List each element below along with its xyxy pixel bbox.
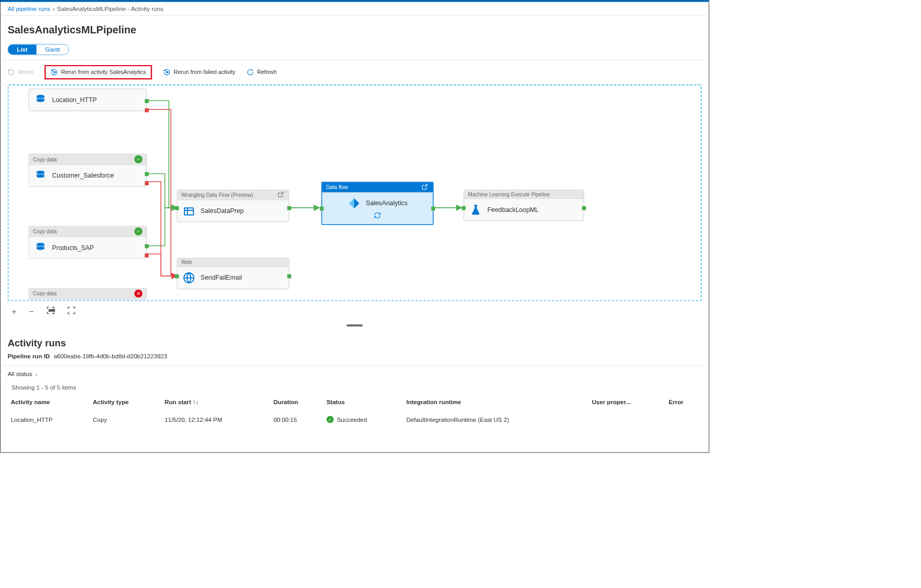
node-sendfailemail[interactable]: Web SendFailEmail [177,258,290,289]
node-label: SalesAnalytics [366,199,407,207]
col-status[interactable]: Status [323,394,403,410]
node-type-label: Machine Learning Execute Pipeline [468,191,550,197]
pipeline-canvas[interactable]: Location_HTTP Copy data ✓ Customer_Sales… [8,84,702,301]
node-label: SalesDataPrep [201,207,244,215]
rerun-icon [8,69,15,76]
zoom-out-button[interactable]: − [29,306,34,317]
sync-icon [374,212,381,220]
svg-point-5 [36,174,44,178]
status-filter[interactable]: All status ⌄ [1,365,709,380]
table-icon [182,204,196,218]
svg-text:100%: 100% [48,309,55,312]
error-status-icon: ✕ [134,290,142,297]
success-status-icon: ✓ [134,155,142,163]
highlighted-rerun-from-activity: Rerun from activity SalesAnalytics [45,65,152,80]
tab-list[interactable]: List [8,44,36,54]
breadcrumb-current: SalesAnalyticsMLPipeline - Activity runs [57,5,163,12]
success-status-icon: ✓ [134,228,142,235]
chevron-right-icon: › [53,5,55,12]
database-icon [34,169,47,182]
col-activity-name[interactable]: Activity name [8,394,90,410]
open-external-icon[interactable] [421,184,429,191]
open-external-icon[interactable] [278,191,285,198]
fullscreen-button[interactable] [67,306,76,318]
node-label: FeedbackLoopML [488,206,539,214]
zoom-in-button[interactable]: + [11,306,17,317]
svg-point-7 [36,247,44,250]
diamond-icon [347,196,361,210]
node-products-sap[interactable]: Copy data ✓ Products_SAP [29,226,147,259]
refresh-icon [246,69,254,76]
table-row[interactable]: Location_HTTP Copy 11/5/20, 12:12:44 PM … [8,410,702,429]
svg-marker-1 [167,71,168,73]
activity-runs-table: Activity name Activity type Run start ↑↓… [8,394,702,429]
node-copy-data-error[interactable]: Copy data ✕ [29,288,147,299]
showing-count: Showing 1 - 5 of 5 items [1,381,709,394]
tab-gantt[interactable]: Gantt [36,44,69,54]
zoom-controls: + − 100% [1,301,709,322]
toolbar: Rerun Rerun from activity SalesAnalytics… [1,60,709,85]
rerun-from-activity-icon [51,69,58,76]
col-run-start[interactable]: Run start ↑↓ [161,394,270,410]
breadcrumb-parent-link[interactable]: All pipeline runs [8,5,51,12]
breadcrumb: All pipeline runs › SalesAnalyticsMLPipe… [1,2,709,15]
node-salesdataprep[interactable]: Wrangling Data Flow (Preview) SalesDataP… [177,190,290,222]
svg-marker-0 [54,71,55,73]
node-label: Location_HTTP [52,96,97,104]
rerun-from-failed-icon [163,69,170,76]
sort-icon: ↑↓ [193,398,199,405]
flask-icon [469,203,482,217]
node-type-label: Web [181,259,192,266]
col-user-properties[interactable]: User proper... [589,394,666,410]
col-activity-type[interactable]: Activity type [90,394,161,410]
rerun-button[interactable]: Rerun [8,69,33,76]
node-type-label: Copy data [33,156,57,162]
node-feedbackloopml[interactable]: Machine Learning Execute Pipeline Feedba… [464,190,584,221]
node-type-label: Wrangling Data Flow (Preview) [181,192,253,198]
resize-handle[interactable] [346,324,363,327]
col-duration[interactable]: Duration [270,394,323,410]
page-title: SalesAnalyticsMLPipeline [8,23,702,36]
zoom-fit-button[interactable]: 100% [46,306,55,318]
node-type-label: Copy data [33,229,57,235]
node-label: Products_SAP [52,244,94,252]
col-runtime[interactable]: Integration runtime [403,394,589,410]
database-icon [34,93,47,107]
success-icon: ✓ [327,416,334,423]
col-error[interactable]: Error [666,394,702,410]
svg-point-3 [36,99,44,102]
node-type-label: Copy data [33,291,57,297]
globe-icon [182,271,196,285]
database-icon [34,241,47,255]
node-location-http[interactable]: Location_HTTP [29,89,147,111]
activity-runs-heading: Activity runs [8,337,702,349]
node-label: SendFailEmail [201,274,242,282]
rerun-from-failed-button[interactable]: Rerun from failed activity [163,69,235,76]
rerun-from-activity-button[interactable]: Rerun from activity SalesAnalytics [51,69,146,76]
pipeline-run-id: Pipeline run IDa600eabe-19fb-4d0b-bd8d-d… [1,353,709,366]
node-type-label: Data flow [326,184,348,191]
node-customer-salesforce[interactable]: Copy data ✓ Customer_Salesforce [29,154,147,187]
svg-rect-8 [184,208,193,215]
node-label: Customer_Salesforce [52,172,114,179]
chevron-down-icon: ⌄ [34,371,39,377]
view-toggle: List Gantt [8,44,69,55]
refresh-button[interactable]: Refresh [246,69,277,76]
node-salesanalytics[interactable]: Data flow SalesAnalytics [321,182,434,225]
